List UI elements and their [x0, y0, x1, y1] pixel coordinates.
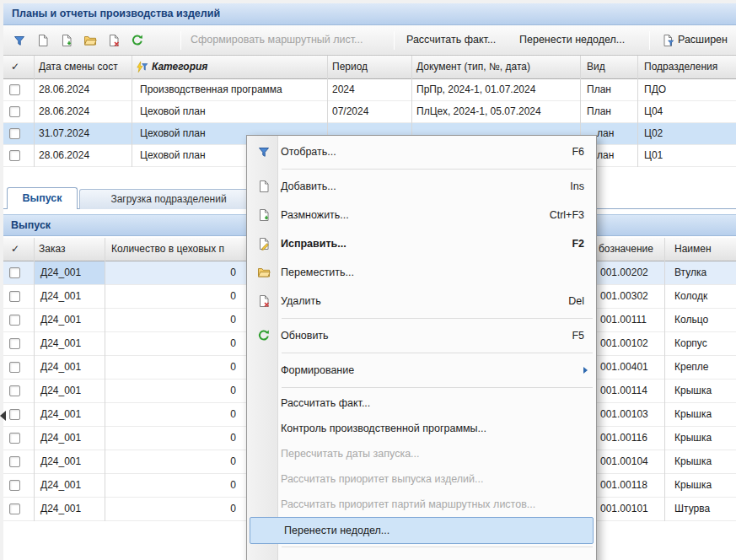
window-frame: [0, 0, 736, 3]
menu-item-edit[interactable]: Исправить... F2: [247, 229, 596, 258]
kind-column-header[interactable]: Вид: [587, 56, 605, 78]
cell-designation: 001.00103: [600, 403, 648, 426]
cell-category: Цеховой план: [140, 145, 206, 166]
window-title: Планы и отчеты производства изделий: [12, 3, 220, 24]
row-checkbox[interactable]: [9, 362, 20, 373]
menu-item-delete[interactable]: Удалить Del: [247, 287, 596, 315]
form-route-sheet-button[interactable]: Сформировать маршрутный лист...: [191, 25, 363, 55]
cell-quantity: 0: [121, 403, 236, 426]
menu-item-program-control[interactable]: Контроль производственной программы...: [247, 416, 596, 441]
lightning-filter-icon: [135, 61, 148, 77]
cell-name: Втулка: [674, 261, 706, 284]
menu-item-calc-batch-priority: Рассчитать приоритет партий маршрутных л…: [247, 492, 596, 517]
cell-period: 07/2024: [332, 101, 368, 122]
cell-kind: План: [587, 79, 611, 100]
row-checkbox[interactable]: [9, 433, 20, 444]
cell-date: 28.06.2024: [39, 145, 89, 166]
row-checkbox[interactable]: [9, 456, 20, 467]
row-checkbox[interactable]: [9, 291, 20, 302]
cell-date: 31.07.2024: [39, 123, 89, 144]
cell-quantity: 0: [121, 427, 236, 450]
period-column-header[interactable]: Период: [332, 56, 368, 78]
filter-toolbar-button[interactable]: [8, 30, 30, 51]
splitter-collapse-arrow[interactable]: [0, 411, 6, 421]
menu-item-refresh[interactable]: Обновить F5: [247, 321, 596, 350]
cell-designation: 001.00116: [600, 427, 647, 450]
cell-departments: Ц01: [644, 145, 663, 166]
date-column-header[interactable]: Дата смены сост: [39, 56, 118, 78]
move-shortfall-button[interactable]: Перенести недодел...: [519, 25, 625, 55]
cell-name: Кольцо: [674, 309, 708, 331]
name-column-header[interactable]: Наимен: [674, 238, 712, 261]
menu-item-move[interactable]: Переместить...: [247, 258, 596, 287]
tab-output[interactable]: Выпуск: [7, 187, 78, 209]
cell-designation: 001.00302: [600, 285, 648, 308]
add-toolbar-button[interactable]: [32, 30, 54, 51]
category-column-header[interactable]: Категория: [152, 56, 207, 78]
delete-toolbar-button[interactable]: [103, 30, 125, 51]
toolbar-separator: [180, 31, 181, 50]
cell-quantity: 0: [121, 498, 236, 520]
extended-filter-button-icon[interactable]: [658, 30, 680, 51]
window-frame: [0, 0, 3, 560]
duplicate-toolbar-button[interactable]: [56, 30, 78, 51]
row-checkbox[interactable]: [9, 106, 20, 117]
row-checkbox[interactable]: [9, 128, 20, 139]
menu-item-calc-fact[interactable]: Рассчитать факт...: [247, 390, 596, 416]
row-checkbox[interactable]: [9, 503, 20, 514]
cell-date: 28.06.2024: [39, 79, 89, 100]
toolbar-separator: [649, 31, 650, 50]
cell-designation: 001.00118: [600, 474, 647, 497]
refresh-toolbar-button[interactable]: [126, 30, 148, 51]
cell-name: Крышка: [674, 427, 712, 450]
column-divider: [105, 238, 105, 521]
cell-quantity: 0: [121, 380, 236, 402]
cell-order: Д24_001: [40, 332, 81, 355]
designation-column-header[interactable]: бозначение: [599, 238, 653, 261]
cell-name: Корпус: [674, 332, 707, 355]
departments-column-header[interactable]: Подразделения: [644, 56, 717, 78]
row-checkbox[interactable]: [9, 267, 20, 278]
cell-designation: 001.00114: [600, 380, 647, 402]
table-row[interactable]: 28.06.2024 Цеховой план 07/2024 ПлЦех, 2…: [3, 101, 736, 123]
cell-designation: 001.00111: [600, 309, 647, 331]
order-column-header[interactable]: Заказ: [39, 238, 65, 261]
cell-departments: Ц02: [644, 123, 663, 144]
cell-departments: Ц04: [644, 101, 663, 122]
calc-fact-button[interactable]: Рассчитать факт...: [406, 25, 496, 55]
row-checkbox[interactable]: [9, 338, 20, 349]
cell-kind: лан: [597, 145, 614, 166]
menu-separator: [282, 547, 593, 547]
menu-item-formation[interactable]: Формирование: [247, 356, 596, 385]
tab-load-departments[interactable]: Загрузка подразделений: [79, 189, 258, 209]
row-checkbox[interactable]: [9, 315, 20, 326]
extended-filter-button[interactable]: Расширен: [678, 25, 728, 55]
cell-category: Цеховой план: [140, 123, 206, 144]
quantity-column-header[interactable]: Количество в цеховых п: [111, 238, 224, 261]
check-column-header[interactable]: ✓: [11, 56, 19, 78]
menu-item-filter[interactable]: Отобрать... F6: [247, 137, 596, 166]
column-divider: [664, 238, 665, 521]
cell-order: Д24_001: [40, 309, 81, 331]
row-checkbox[interactable]: [9, 409, 20, 420]
duplicate-document-icon: [60, 34, 73, 47]
menu-item-duplicate[interactable]: Размножить... Ctrl+F3: [247, 201, 596, 229]
menu-item-move-shortfall[interactable]: Перенести недодел...: [250, 517, 594, 544]
table-row[interactable]: 28.06.2024 Производственная программа 20…: [3, 79, 736, 101]
row-checkbox[interactable]: [9, 385, 20, 396]
check-column-header[interactable]: ✓: [11, 238, 19, 261]
row-checkbox[interactable]: [9, 150, 20, 161]
row-checkbox[interactable]: [9, 84, 20, 95]
cell-designation: 001.00104: [600, 450, 648, 473]
cell-designation: 001.00202: [600, 261, 648, 284]
column-divider: [34, 56, 35, 167]
row-checkbox[interactable]: [9, 480, 20, 491]
cell-order: Д24_001: [40, 356, 81, 379]
move-toolbar-button[interactable]: [79, 30, 101, 51]
cell-name: Крепле: [674, 356, 709, 379]
cell-period: 2024: [332, 79, 355, 100]
document-column-header[interactable]: Документ (тип, №, дата): [416, 56, 530, 78]
menu-item-add[interactable]: Добавить... Ins: [247, 172, 596, 201]
new-document-icon: [36, 34, 50, 47]
edit-document-icon: [247, 237, 281, 250]
